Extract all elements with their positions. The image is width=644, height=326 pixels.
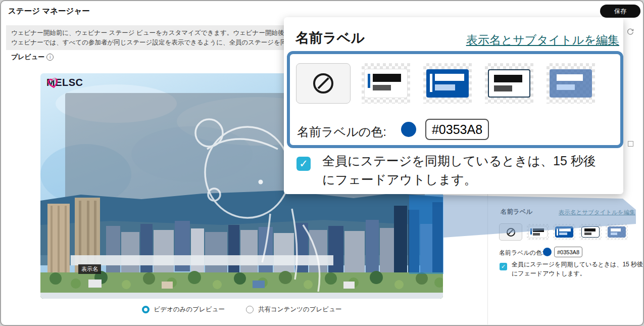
callout-sync-checkbox[interactable]: ✓ — [296, 157, 311, 171]
panel-edit-display-name-link[interactable]: 表示名とサブタイトルを編集 — [559, 209, 635, 216]
style-option-none[interactable] — [499, 223, 522, 241]
panel-sync-checkbox[interactable]: ✓ — [500, 263, 507, 270]
style-option-filled-blue-large[interactable] — [423, 63, 472, 104]
page-title: ステージ マネージャー — [8, 6, 90, 17]
radio-selected-icon[interactable] — [142, 306, 150, 313]
style-option-accent-light[interactable] — [527, 224, 549, 240]
callout-color-swatch[interactable] — [401, 122, 416, 137]
refresh-icon[interactable] — [626, 28, 634, 36]
preview-mode-radios: ビデオのみのプレビュー 共有コンテンツのプレビュー — [40, 305, 443, 314]
style-option-outline[interactable] — [579, 224, 602, 240]
melsc-logo: MELSC — [46, 77, 83, 88]
callout-name-label-heading: 名前ラベル — [295, 29, 365, 47]
resize-handle[interactable] — [628, 141, 633, 147]
callout-sync-text-line1: 全員にステージを同期しているときは、15 秒後 — [322, 153, 596, 169]
style-option-none-large[interactable] — [296, 63, 351, 104]
preview-section-label: プレビューi — [11, 53, 54, 62]
prohibition-icon — [313, 73, 333, 94]
panel-name-label-heading: 名前ラベル — [501, 208, 532, 216]
panel-color-label: 名前ラベルの色: — [499, 249, 543, 257]
callout-color-label: 名前ラベルの色: — [297, 124, 386, 140]
stage-manager-window: ステージ マネージャー 保存 ウェビナー開始前に、ウェビナー ステージ ビューを… — [0, 0, 644, 326]
name-label-callout: 名前ラベル 表示名とサブタイトルを編集 — [284, 17, 623, 194]
display-name-tag: 表示名 — [78, 264, 101, 274]
radio-video-only[interactable]: ビデオのみのプレビュー — [142, 305, 225, 314]
info-icon[interactable]: i — [46, 54, 54, 61]
panel-sync-text-line1: 全員にステージを同期しているときは、15 秒後 — [512, 260, 643, 269]
callout-highlight-box: 名前ラベルの色: — [287, 51, 623, 148]
panel-color-swatch[interactable] — [543, 248, 552, 256]
radio-unselected-icon[interactable] — [246, 306, 254, 313]
style-option-filled-blue[interactable] — [553, 224, 575, 240]
style-option-outline-large[interactable] — [485, 63, 533, 104]
callout-edit-display-name-link[interactable]: 表示名とサブタイトルを編集 — [466, 32, 619, 48]
heart-logo-icon — [45, 76, 61, 90]
panel-color-value-input[interactable] — [554, 247, 582, 257]
prohibition-icon — [507, 228, 515, 237]
save-button[interactable]: 保存 — [600, 5, 640, 18]
radio-shared-content[interactable]: 共有コンテンツのプレビュー — [246, 305, 341, 314]
style-option-translucent-large[interactable] — [547, 63, 595, 104]
panel-sync-text-line2: にフェードアウトします。 — [512, 269, 586, 278]
callout-color-value-input[interactable] — [425, 119, 489, 140]
callout-sync-text-line2: にフェードアウトします。 — [322, 171, 477, 188]
style-option-accent-light-large[interactable] — [362, 63, 410, 104]
style-option-translucent[interactable] — [606, 224, 628, 240]
